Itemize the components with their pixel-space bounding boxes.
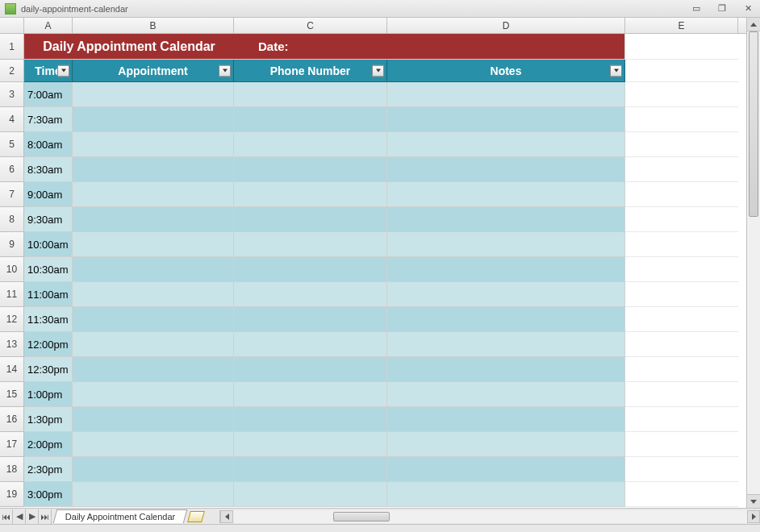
cell-appointment[interactable] bbox=[73, 232, 234, 257]
cell-time[interactable]: 3:00pm bbox=[24, 482, 73, 507]
row-header[interactable]: 6 bbox=[0, 157, 24, 182]
row-header[interactable]: 7 bbox=[0, 182, 24, 207]
scroll-down-button[interactable] bbox=[747, 494, 760, 508]
cell-notes[interactable] bbox=[387, 282, 625, 307]
column-header-A[interactable]: A bbox=[24, 18, 73, 33]
cell-phone[interactable] bbox=[234, 107, 387, 132]
tab-nav-last[interactable]: ⏭ bbox=[39, 509, 52, 524]
cell-blank[interactable] bbox=[625, 232, 738, 257]
cell-notes[interactable] bbox=[387, 232, 625, 257]
horizontal-scroll-thumb[interactable] bbox=[333, 512, 390, 522]
scroll-left-button[interactable] bbox=[220, 510, 233, 523]
cell-blank[interactable] bbox=[625, 432, 738, 457]
cell-notes[interactable] bbox=[387, 207, 625, 232]
cell-notes[interactable] bbox=[387, 332, 625, 357]
cell-time[interactable]: 1:00pm bbox=[24, 382, 73, 407]
cell-appointment[interactable] bbox=[73, 407, 234, 432]
cell-appointment[interactable] bbox=[73, 107, 234, 132]
cell-notes[interactable] bbox=[387, 382, 625, 407]
row-header[interactable]: 5 bbox=[0, 132, 24, 157]
vertical-scrollbar[interactable] bbox=[746, 18, 760, 508]
cell-appointment[interactable] bbox=[73, 432, 234, 457]
row-header[interactable]: 16 bbox=[0, 407, 24, 432]
cell-phone[interactable] bbox=[234, 182, 387, 207]
scroll-up-button[interactable] bbox=[747, 18, 760, 31]
cell-appointment[interactable] bbox=[73, 257, 234, 282]
cell-time[interactable]: 9:30am bbox=[24, 207, 73, 232]
minimize-button[interactable]: ▭ bbox=[689, 3, 704, 15]
cell-appointment[interactable] bbox=[73, 132, 234, 157]
cell-blank[interactable] bbox=[625, 407, 738, 432]
cell-blank[interactable] bbox=[625, 107, 738, 132]
cell-time[interactable]: 11:30am bbox=[24, 307, 73, 332]
cell-appointment[interactable] bbox=[73, 82, 234, 107]
cell-appointment[interactable] bbox=[73, 482, 234, 507]
row-header[interactable]: 12 bbox=[0, 307, 24, 332]
sheet-tab-active[interactable]: Daily Appointment Calendar bbox=[53, 509, 188, 523]
cell-time[interactable]: 10:30am bbox=[24, 257, 73, 282]
cell-phone[interactable] bbox=[234, 382, 387, 407]
cell-blank[interactable] bbox=[625, 182, 738, 207]
cell-phone[interactable] bbox=[234, 132, 387, 157]
cell-appointment[interactable] bbox=[73, 207, 234, 232]
cell-phone[interactable] bbox=[234, 457, 387, 482]
worksheet[interactable]: A B C D E 1 Daily Appointment Calendar D… bbox=[0, 18, 746, 508]
cell-blank[interactable] bbox=[625, 257, 738, 282]
cell-notes[interactable] bbox=[387, 257, 625, 282]
row-header[interactable]: 18 bbox=[0, 457, 24, 482]
cell-time[interactable]: 2:00pm bbox=[24, 432, 73, 457]
row-header[interactable]: 10 bbox=[0, 257, 24, 282]
cell-appointment[interactable] bbox=[73, 307, 234, 332]
cell-appointment[interactable] bbox=[73, 157, 234, 182]
cell-blank[interactable] bbox=[625, 82, 738, 107]
row-header-1[interactable]: 1 bbox=[0, 34, 24, 60]
cell-time[interactable]: 7:00am bbox=[24, 82, 73, 107]
cell-appointment[interactable] bbox=[73, 457, 234, 482]
cell-notes[interactable] bbox=[387, 82, 625, 107]
cell-appointment[interactable] bbox=[73, 357, 234, 382]
row-header[interactable]: 4 bbox=[0, 107, 24, 132]
cell-phone[interactable] bbox=[234, 332, 387, 357]
tab-nav-first[interactable]: ⏮ bbox=[0, 509, 13, 524]
header-phone[interactable]: Phone Number bbox=[234, 60, 387, 82]
restore-button[interactable]: ❐ bbox=[715, 3, 729, 15]
tab-nav-prev[interactable]: ◀ bbox=[13, 509, 26, 524]
cell-notes[interactable] bbox=[387, 432, 625, 457]
cell-blank[interactable] bbox=[625, 132, 738, 157]
new-sheet-button[interactable] bbox=[187, 511, 205, 522]
row-header[interactable]: 9 bbox=[0, 232, 24, 257]
cell-appointment[interactable] bbox=[73, 282, 234, 307]
header-appointment[interactable]: Appointment bbox=[73, 60, 234, 82]
cell-blank[interactable] bbox=[625, 307, 738, 332]
cell-notes[interactable] bbox=[387, 157, 625, 182]
header-notes[interactable]: Notes bbox=[387, 60, 625, 82]
column-header-C[interactable]: C bbox=[234, 18, 387, 33]
row-header[interactable]: 19 bbox=[0, 482, 24, 507]
row-header[interactable]: 14 bbox=[0, 357, 24, 382]
cell-blank[interactable] bbox=[625, 457, 738, 482]
row-header[interactable]: 13 bbox=[0, 332, 24, 357]
cell-phone[interactable] bbox=[234, 432, 387, 457]
cell-blank[interactable] bbox=[625, 482, 738, 507]
cell-time[interactable]: 1:30pm bbox=[24, 407, 73, 432]
vertical-scroll-thumb[interactable] bbox=[749, 31, 758, 217]
cell-phone[interactable] bbox=[234, 82, 387, 107]
horizontal-scrollbar[interactable] bbox=[219, 510, 760, 523]
row-header[interactable]: 15 bbox=[0, 382, 24, 407]
row-header[interactable]: 17 bbox=[0, 432, 24, 457]
row-header[interactable]: 8 bbox=[0, 207, 24, 232]
cell-time[interactable]: 10:00am bbox=[24, 232, 73, 257]
filter-button-phone[interactable] bbox=[372, 64, 384, 77]
cell-phone[interactable] bbox=[234, 157, 387, 182]
cell-notes[interactable] bbox=[387, 357, 625, 382]
cell-phone[interactable] bbox=[234, 357, 387, 382]
row-header[interactable]: 11 bbox=[0, 282, 24, 307]
cell-blank[interactable] bbox=[625, 332, 738, 357]
cell-time[interactable]: 12:00pm bbox=[24, 332, 73, 357]
filter-button-appointment[interactable] bbox=[219, 64, 231, 77]
cell-E2[interactable] bbox=[625, 60, 738, 82]
close-button[interactable]: ✕ bbox=[741, 3, 755, 15]
cell-notes[interactable] bbox=[387, 182, 625, 207]
title-cell[interactable]: Daily Appointment Calendar bbox=[24, 34, 234, 60]
cell-time[interactable]: 8:00am bbox=[24, 132, 73, 157]
